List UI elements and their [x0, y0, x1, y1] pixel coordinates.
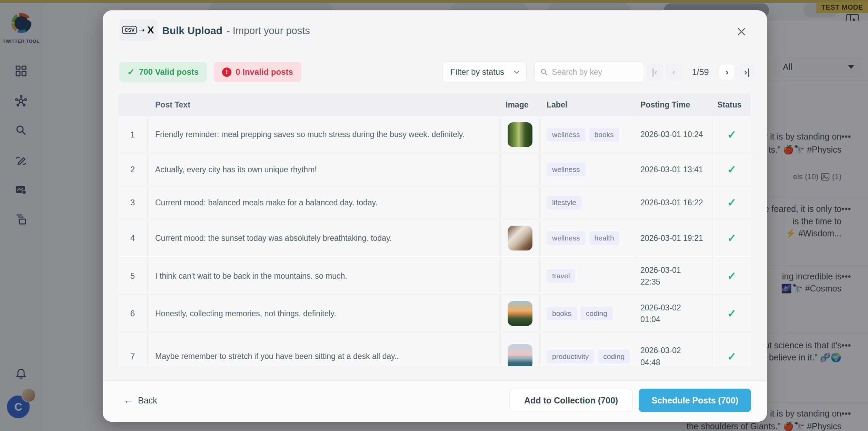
- label-chip: wellness: [547, 231, 586, 245]
- page-indicator: 1/59: [682, 67, 719, 77]
- status-check-icon: [727, 269, 737, 283]
- label-chip: travel: [547, 269, 575, 283]
- next-page-button[interactable]: [719, 64, 735, 80]
- post-text: Friendly reminder: meal prepping saves s…: [148, 116, 501, 153]
- post-text: Actually, every city has its own unique …: [148, 153, 501, 186]
- status-check-icon: [727, 350, 737, 363]
- posting-time: 2026-03-01 10:24: [636, 116, 712, 153]
- schedule-posts-button[interactable]: Schedule Posts (700): [639, 389, 751, 412]
- exclamation-icon: [222, 68, 231, 77]
- post-thumbnail-forest: [508, 122, 532, 147]
- posting-time: 2026-03-02 04:48: [640, 345, 686, 366]
- label-chip: lifestyle: [547, 196, 582, 209]
- status-check-icon: [727, 196, 737, 209]
- table-row: 5 I think can't wait to be back in the m…: [118, 257, 751, 295]
- status-check-icon: [727, 307, 737, 320]
- pagination: 1/59: [647, 64, 755, 80]
- arrow-right-icon: ⇢: [139, 27, 145, 33]
- status-check-icon: [727, 232, 737, 245]
- header-row-number: [118, 93, 148, 116]
- valid-posts-badge: 700 Valid posts: [119, 62, 207, 82]
- table-header-row: Post Text Image Label Posting Time Statu…: [118, 93, 751, 116]
- bulk-upload-modal: CSV ⇢ X Bulk Upload - Import your posts …: [103, 10, 767, 422]
- header-image: Image: [501, 93, 540, 116]
- post-thumbnail-lake: [508, 344, 532, 367]
- row-number: 4: [118, 219, 148, 257]
- table-row: 4 Current mood: the sunset today was abs…: [118, 219, 751, 257]
- table-row: 2 Actually, every city has its own uniqu…: [118, 153, 751, 186]
- status-check-icon: [727, 163, 737, 176]
- previous-page-button[interactable]: [666, 64, 682, 80]
- label-chip: wellness: [547, 163, 586, 176]
- label-chip: health: [589, 231, 620, 245]
- post-thumbnail-mountain: [508, 301, 532, 326]
- filter-by-status-dropdown[interactable]: Filter by status: [442, 61, 527, 83]
- x-logo-icon: X: [147, 25, 154, 35]
- check-icon: [127, 67, 135, 78]
- modal-footer: Back Add to Collection (700) Schedule Po…: [103, 381, 767, 422]
- back-button[interactable]: Back: [123, 389, 157, 412]
- posting-time: 2026-03-02 01:04: [640, 302, 686, 326]
- modal-title: Bulk Upload: [162, 25, 222, 37]
- label-chip: books: [547, 307, 577, 320]
- label-chip: coding: [580, 307, 613, 320]
- post-text: Current mood: the sunset today was absol…: [148, 219, 501, 257]
- search-box: [535, 61, 644, 83]
- post-text: Current mood: balanced meals make for a …: [148, 186, 501, 219]
- modal-subtitle: - Import your posts: [227, 25, 310, 37]
- label-chip: coding: [598, 350, 630, 363]
- posting-time: 2026-03-01 22:35: [640, 264, 686, 288]
- csv-icon: CSV: [122, 26, 137, 34]
- csv-to-x-icon: CSV ⇢ X: [119, 19, 158, 41]
- invalid-posts-badge: 0 Invalid posts: [214, 62, 301, 82]
- close-icon[interactable]: [735, 25, 748, 39]
- header-status: Status: [712, 93, 751, 116]
- posts-table: Post Text Image Label Posting Time Statu…: [118, 93, 751, 366]
- row-number: 3: [118, 186, 148, 219]
- row-number: 7: [118, 332, 148, 366]
- label-chip: wellness: [547, 128, 586, 142]
- post-text: Maybe remember to stretch if you have be…: [148, 332, 501, 366]
- table-row: 3 Current mood: balanced meals make for …: [118, 186, 751, 219]
- row-number: 2: [118, 153, 148, 186]
- search-input[interactable]: [551, 67, 638, 77]
- label-chip: books: [589, 128, 619, 142]
- post-text: Honestly, collecting memories, not thing…: [148, 295, 501, 332]
- first-page-button[interactable]: [647, 64, 662, 80]
- row-number: 1: [118, 116, 148, 153]
- search-icon: [540, 68, 548, 76]
- arrow-left-icon: [123, 395, 133, 406]
- posting-time: 2026-03-01 13:41: [636, 153, 712, 186]
- table-row: 6 Honestly, collecting memories, not thi…: [118, 295, 751, 332]
- header-post-text: Post Text: [148, 93, 501, 116]
- row-number: 6: [118, 295, 148, 332]
- filter-by-status-label: Filter by status: [450, 67, 504, 77]
- add-to-collection-button[interactable]: Add to Collection (700): [509, 389, 633, 412]
- header-label: Label: [540, 93, 636, 116]
- status-check-icon: [727, 128, 737, 141]
- last-page-button[interactable]: [739, 64, 755, 80]
- label-chip: productivity: [547, 350, 594, 363]
- post-text: I think can't wait to be back in the mou…: [148, 257, 501, 295]
- post-thumbnail-desk: [508, 226, 532, 250]
- table-row: 7 Maybe remember to stretch if you have …: [118, 332, 751, 366]
- modal-header: CSV ⇢ X Bulk Upload - Import your posts: [103, 10, 767, 51]
- header-posting-time: Posting Time: [636, 93, 712, 116]
- chevron-down-icon: [514, 68, 520, 74]
- table-row: 1 Friendly reminder: meal prepping saves…: [118, 116, 751, 153]
- row-number: 5: [118, 257, 148, 295]
- posting-time: 2026-03-01 16:22: [636, 186, 712, 219]
- posting-time: 2026-03-01 19:21: [636, 219, 712, 257]
